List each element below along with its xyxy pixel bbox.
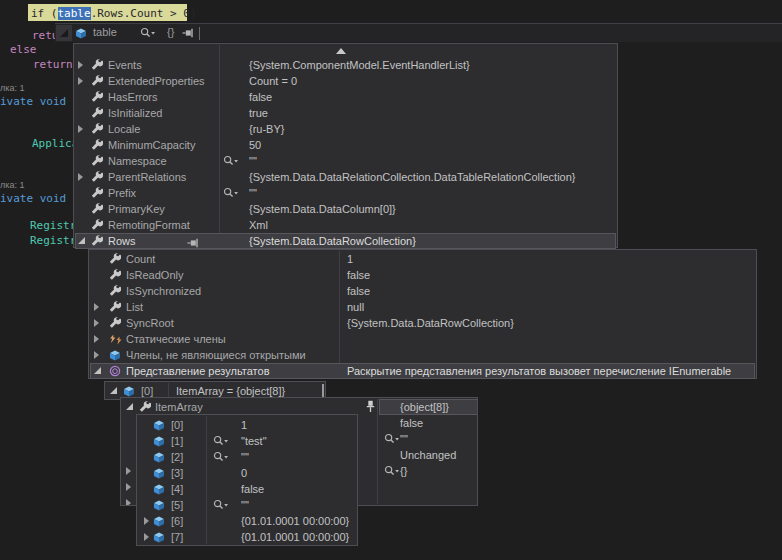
member-name: Events bbox=[108, 57, 142, 73]
member-row[interactable]: [3]0 bbox=[138, 465, 356, 481]
member-value: false bbox=[241, 481, 264, 497]
expander-icon[interactable] bbox=[110, 387, 117, 394]
member-row[interactable]: ItemArray{object[8]} bbox=[122, 399, 476, 415]
expander-icon[interactable] bbox=[78, 77, 83, 85]
member-name: IsSynchronized bbox=[126, 283, 201, 299]
member-row[interactable]: IsSynchronizedfalse bbox=[90, 283, 755, 299]
expander-icon[interactable] bbox=[126, 467, 131, 475]
member-row[interactable]: Prefix"" bbox=[75, 185, 616, 201]
expander-icon[interactable] bbox=[94, 367, 101, 374]
member-row[interactable]: ExtendedPropertiesCount = 0 bbox=[75, 73, 616, 89]
code-token: void bbox=[40, 95, 73, 108]
member-value: false bbox=[347, 267, 370, 283]
codelens-reference-label[interactable]: лка: 1 bbox=[0, 83, 24, 93]
member-name: [6] bbox=[171, 513, 183, 529]
member-row[interactable]: Rows{System.Data.DataRowCollection} bbox=[75, 233, 616, 249]
code-line: ivate void B bbox=[0, 191, 80, 206]
member-value: {object[8]} bbox=[400, 399, 449, 415]
member-row[interactable]: [0]1 bbox=[138, 417, 356, 433]
expander-icon[interactable] bbox=[126, 483, 131, 491]
code-token: return bbox=[33, 58, 73, 71]
cube-icon bbox=[153, 531, 165, 547]
member-value: {System.Data.DataRowCollection} bbox=[347, 315, 514, 331]
expander-icon[interactable] bbox=[94, 335, 99, 343]
expander-icon[interactable] bbox=[94, 319, 99, 327]
member-row[interactable]: SyncRoot{System.Data.DataRowCollection} bbox=[90, 315, 755, 331]
expander-icon[interactable] bbox=[126, 499, 131, 506]
member-row[interactable]: MinimumCapacity50 bbox=[75, 137, 616, 153]
rows-children-panel: Count1IsReadOnlyfalseIsSynchronizedfalse… bbox=[88, 249, 757, 379]
object-cube-icon bbox=[75, 28, 87, 41]
member-value: Unchanged bbox=[400, 447, 456, 463]
member-row[interactable]: [4]false bbox=[138, 481, 356, 497]
member-row[interactable]: Namespace"" bbox=[75, 153, 616, 169]
member-name: ExtendedProperties bbox=[108, 73, 205, 89]
member-row[interactable]: Listnull bbox=[90, 299, 755, 315]
expander-icon[interactable] bbox=[78, 61, 83, 69]
member-row[interactable]: HasErrorsfalse bbox=[75, 89, 616, 105]
member-value: {System.Data.DataRelationCollection.Data… bbox=[249, 169, 576, 185]
member-value: 1 bbox=[241, 417, 247, 433]
member-value: true bbox=[249, 105, 268, 121]
datatip-main-panel: Events{System.ComponentModel.EventHandle… bbox=[73, 43, 618, 248]
text-visualizer-button[interactable]: {} bbox=[167, 26, 174, 38]
datatip-expander[interactable] bbox=[56, 25, 72, 41]
member-row[interactable]: Locale{ru-BY} bbox=[75, 121, 616, 137]
expander-icon[interactable] bbox=[94, 303, 99, 311]
member-name: PrimaryKey bbox=[108, 201, 165, 217]
member-name: [7] bbox=[171, 529, 183, 545]
member-row[interactable]: PrimaryKey{System.Data.DataColumn[0]} bbox=[75, 201, 616, 217]
code-token: void bbox=[40, 192, 73, 205]
member-row[interactable]: [5]"" bbox=[138, 497, 356, 513]
member-row[interactable]: Статические члены bbox=[90, 331, 755, 347]
expander-icon[interactable] bbox=[144, 517, 149, 525]
magnifier-dropdown-icon[interactable] bbox=[140, 27, 156, 41]
member-row[interactable]: [2]"" bbox=[138, 449, 356, 465]
member-row[interactable]: Events{System.ComponentModel.EventHandle… bbox=[75, 57, 616, 73]
expander-icon[interactable] bbox=[78, 173, 83, 181]
member-row[interactable]: [6]{01.01.0001 00:00:00} bbox=[138, 513, 356, 529]
member-value: false bbox=[249, 89, 272, 105]
code-line: if (table.Rows.Count > 0) bbox=[31, 6, 197, 21]
member-name: IsReadOnly bbox=[126, 267, 183, 283]
member-row[interactable]: [7]{01.01.0001 00:00:00} bbox=[138, 529, 356, 545]
code-token: else bbox=[10, 43, 37, 56]
code-line: return bbox=[33, 57, 73, 72]
member-name: RemotingFormat bbox=[108, 217, 190, 233]
expander-icon[interactable] bbox=[78, 237, 85, 244]
member-name: ItemArray bbox=[155, 399, 203, 415]
member-row[interactable]: Представление результатовРаскрытие предс… bbox=[90, 363, 755, 379]
expander-icon[interactable] bbox=[78, 125, 83, 133]
code-token: ivate bbox=[0, 95, 40, 108]
expander-icon[interactable] bbox=[144, 533, 149, 541]
member-value: "" bbox=[241, 449, 249, 465]
member-value: {System.Data.DataRowCollection} bbox=[249, 233, 416, 249]
pin-icon[interactable] bbox=[182, 28, 195, 40]
member-name: List bbox=[126, 299, 143, 315]
member-value: "test" bbox=[241, 433, 267, 449]
expander-icon[interactable] bbox=[94, 351, 99, 359]
member-name: HasErrors bbox=[108, 89, 158, 105]
member-row[interactable]: Count1 bbox=[90, 251, 755, 267]
member-row[interactable]: IsReadOnlyfalse bbox=[90, 267, 755, 283]
member-row[interactable]: Члены, не являющиеся открытыми bbox=[90, 347, 755, 363]
member-row[interactable]: RemotingFormatXml bbox=[75, 217, 616, 233]
results-view-icon bbox=[109, 365, 121, 381]
member-value: "" bbox=[249, 153, 257, 169]
member-value: Count = 0 bbox=[249, 73, 297, 89]
header-separator bbox=[199, 27, 200, 40]
member-row[interactable]: [1]"test" bbox=[138, 433, 356, 449]
code-token: table bbox=[58, 7, 91, 20]
member-value: {01.01.0001 00:00:00} bbox=[241, 529, 349, 545]
expander-icon[interactable] bbox=[126, 403, 133, 410]
code-line: else bbox=[10, 42, 37, 57]
member-row[interactable]: IsInitializedtrue bbox=[75, 105, 616, 121]
member-value: false bbox=[400, 415, 423, 431]
vs-editor-debug-view: if (table.Rows.Count > 0)retuelsereturni… bbox=[0, 0, 782, 560]
member-row[interactable]: ParentRelations{System.Data.DataRelation… bbox=[75, 169, 616, 185]
scroll-up-icon[interactable] bbox=[336, 48, 346, 54]
member-value: Xml bbox=[249, 217, 268, 233]
chevron-expanded-icon bbox=[60, 29, 68, 37]
codelens-reference-label[interactable]: лка: 1 bbox=[0, 180, 24, 190]
member-name: ParentRelations bbox=[108, 169, 186, 185]
